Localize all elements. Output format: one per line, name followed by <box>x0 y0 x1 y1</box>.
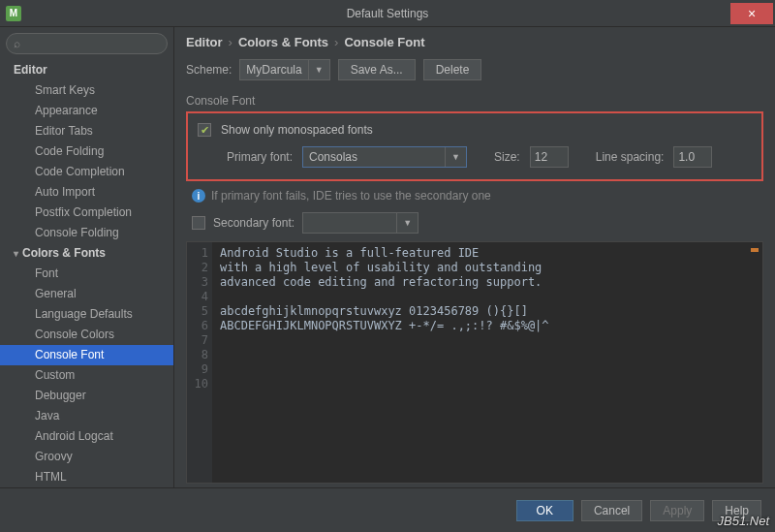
tree-item[interactable]: Colors & Fonts <box>0 243 173 264</box>
line-spacing-input[interactable] <box>673 146 712 168</box>
monospaced-checkbox[interactable]: ✔ <box>198 123 211 137</box>
breadcrumb-item[interactable]: Colors & Fonts <box>238 35 328 49</box>
delete-button[interactable]: Delete <box>423 59 482 80</box>
preview-marker <box>751 248 759 252</box>
info-text: If primary font fails, IDE tries to use … <box>211 189 491 203</box>
size-label: Size: <box>494 150 520 164</box>
scheme-label: Scheme: <box>186 63 232 77</box>
ok-button[interactable]: OK <box>516 500 574 521</box>
breadcrumb-item[interactable]: Editor <box>186 35 223 49</box>
app-icon: M <box>6 6 21 21</box>
tree-item[interactable]: Postfix Completion <box>0 203 173 223</box>
tree-item[interactable]: Font <box>0 264 173 284</box>
tree-item[interactable]: Console Folding <box>0 223 173 243</box>
size-input[interactable] <box>530 146 569 168</box>
settings-tree[interactable]: EditorSmart KeysAppearanceEditor TabsCod… <box>0 60 173 487</box>
scheme-select[interactable]: MyDarcula ▼ <box>239 59 329 80</box>
breadcrumb: Editor › Colors & Fonts › Console Font <box>186 35 763 49</box>
primary-font-label: Primary font: <box>227 150 293 164</box>
primary-font-value: Consolas <box>309 150 357 164</box>
help-button[interactable]: Help <box>712 500 761 521</box>
chevron-down-icon: ▼ <box>396 213 412 233</box>
tree-item[interactable]: General <box>0 284 173 304</box>
breadcrumb-item: Console Font <box>344 35 424 49</box>
tree-item[interactable]: Groovy <box>0 447 173 467</box>
chevron-down-icon: ▼ <box>445 147 460 167</box>
window-title: Default Settings <box>0 7 775 20</box>
monospaced-label: Show only monospaced fonts <box>221 123 373 137</box>
tree-item[interactable]: Appearance <box>0 101 173 121</box>
dialog-footer: OK Cancel Apply Help <box>0 487 775 532</box>
tree-item[interactable]: Editor Tabs <box>0 121 173 141</box>
line-spacing-label: Line spacing: <box>596 150 665 164</box>
secondary-font-select[interactable]: ▼ <box>302 212 418 234</box>
titlebar: M Default Settings × <box>0 0 775 27</box>
font-settings-highlight: ✔ Show only monospaced fonts Primary fon… <box>186 111 763 181</box>
chevron-right-icon: › <box>229 35 232 49</box>
tree-item[interactable]: Smart Keys <box>0 80 173 101</box>
secondary-checkbox[interactable]: ✔ <box>192 216 205 230</box>
search-input[interactable] <box>6 33 168 54</box>
tree-item[interactable]: Custom <box>0 365 173 386</box>
info-icon: i <box>192 189 205 203</box>
tree-item[interactable]: HTML <box>0 467 173 487</box>
apply-button[interactable]: Apply <box>650 500 704 521</box>
font-preview: 12345678910 Android Studio is a full-fea… <box>186 241 763 484</box>
tree-item[interactable]: Code Folding <box>0 141 173 162</box>
sidebar: ⌕ EditorSmart KeysAppearanceEditor TabsC… <box>0 27 174 487</box>
preview-code: Android Studio is a full-featured IDE wi… <box>216 242 762 391</box>
search-icon: ⌕ <box>14 37 20 50</box>
tree-item[interactable]: Auto Import <box>0 182 173 203</box>
preview-gutter: 12345678910 <box>187 242 212 483</box>
close-button[interactable]: × <box>730 3 773 24</box>
tree-item[interactable]: Code Completion <box>0 162 173 182</box>
tree-item[interactable]: Java <box>0 406 173 426</box>
primary-font-select[interactable]: Consolas ▼ <box>302 146 467 168</box>
cancel-button[interactable]: Cancel <box>581 500 642 521</box>
scheme-value: MyDarcula <box>246 63 301 77</box>
tree-item[interactable]: Console Colors <box>0 325 173 345</box>
chevron-down-icon: ▼ <box>308 60 324 79</box>
tree-item-selected[interactable]: Console Font <box>0 345 173 365</box>
main-panel: Editor › Colors & Fonts › Console Font S… <box>174 27 775 487</box>
tree-item[interactable]: Debugger <box>0 386 173 406</box>
section-title: Console Font <box>186 94 763 108</box>
tree-item[interactable]: Android Logcat <box>0 426 173 447</box>
tree-item[interactable]: Language Defaults <box>0 304 173 325</box>
chevron-right-icon: › <box>334 35 338 49</box>
tree-item[interactable]: Editor <box>0 60 173 80</box>
secondary-font-label: Secondary font: <box>213 216 294 230</box>
save-as-button[interactable]: Save As... <box>338 59 416 80</box>
